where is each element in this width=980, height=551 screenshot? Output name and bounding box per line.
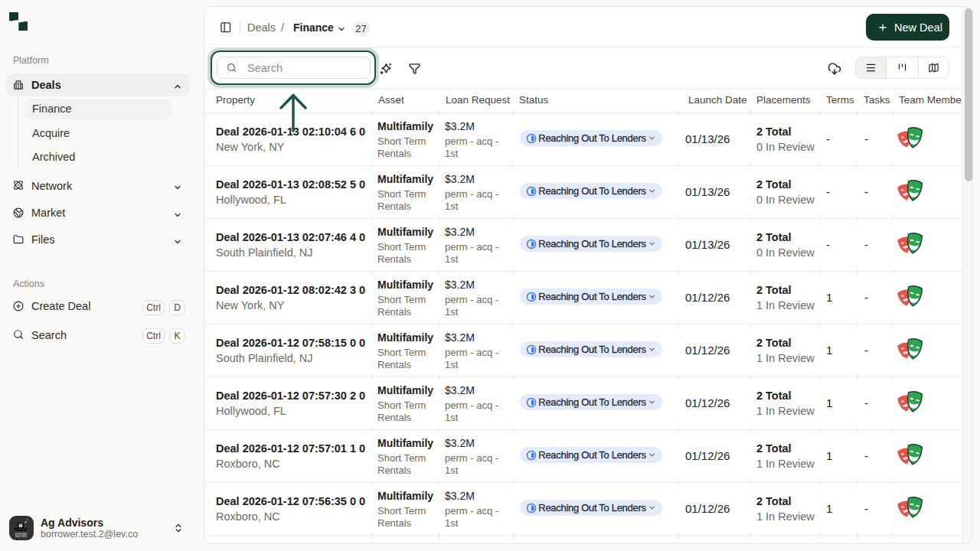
svg-text:MAGICIANS: MAGICIANS [15,535,27,538]
